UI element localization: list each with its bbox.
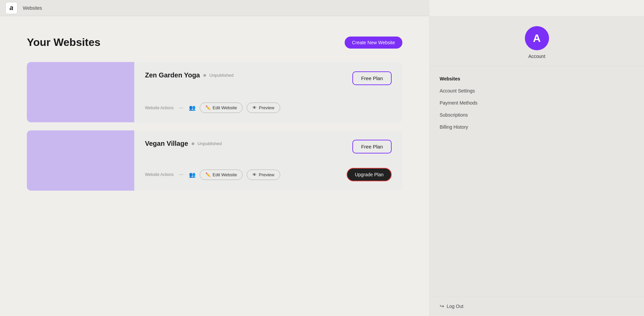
actions-left-zen-garden-yoga: Website Actions ··· 👥 ✏️ Edit Website 👁 … <box>145 103 280 113</box>
status-dot-zen-garden-yoga <box>203 74 206 77</box>
status-label-vegan-village: Unpublished <box>198 141 222 146</box>
main-layout: Your Websites Create New Website Zen Gar… <box>0 16 644 316</box>
card-name-row-vegan-village: Vegan Village Unpublished <box>145 140 222 147</box>
edit-website-button-zen-garden-yoga[interactable]: ✏️ Edit Website <box>200 103 243 113</box>
website-card-vegan-village: Vegan Village Unpublished Free Plan Webs… <box>27 130 402 191</box>
status-dot-vegan-village <box>192 142 194 145</box>
page-header: Your Websites Create New Website <box>27 36 402 49</box>
sidebar-footer: ↪ Log Out <box>430 296 644 316</box>
main-content: Your Websites Create New Website Zen Gar… <box>0 16 429 316</box>
sidebar-top: A Account <box>430 16 644 66</box>
sidebar-item-payment-methods[interactable]: Payment Methods <box>440 97 634 109</box>
dots-menu-zen-garden-yoga[interactable]: ··· <box>178 105 185 111</box>
card-actions-zen-garden-yoga: Website Actions ··· 👥 ✏️ Edit Website 👁 … <box>145 103 392 113</box>
sidebar-item-websites[interactable]: Websites <box>440 73 634 85</box>
card-body-vegan-village: Vegan Village Unpublished Free Plan Webs… <box>134 130 402 191</box>
edit-icon-vegan-village: ✏️ <box>205 172 211 177</box>
preview-icon-vegan-village: 👁 <box>252 172 257 177</box>
card-name-zen-garden-yoga: Zen Garden Yoga <box>145 71 200 79</box>
upgrade-plan-button-vegan-village[interactable]: Upgrade Plan <box>347 168 392 181</box>
avatar[interactable]: A <box>525 26 549 50</box>
card-top-zen-garden-yoga: Zen Garden Yoga Unpublished Free Plan <box>145 71 392 85</box>
edit-website-button-vegan-village[interactable]: ✏️ Edit Website <box>200 170 243 180</box>
card-name-vegan-village: Vegan Village <box>145 140 188 147</box>
top-bar: a Websites <box>0 0 430 16</box>
account-label: Account <box>528 54 545 59</box>
people-icon-zen-garden-yoga[interactable]: 👥 <box>189 105 196 111</box>
actions-label-zen-garden-yoga: Website Actions <box>145 106 174 110</box>
page-title: Your Websites <box>27 36 100 49</box>
dots-menu-vegan-village[interactable]: ··· <box>178 172 185 178</box>
sidebar-nav: WebsitesAccount SettingsPayment MethodsS… <box>430 66 644 296</box>
card-thumbnail-vegan-village <box>27 130 134 191</box>
sidebar-item-account-settings[interactable]: Account Settings <box>440 85 634 97</box>
plan-badge-vegan-village[interactable]: Free Plan <box>352 140 392 153</box>
card-name-row-zen-garden-yoga: Zen Garden Yoga Unpublished <box>145 71 234 79</box>
card-thumbnail-zen-garden-yoga <box>27 62 134 122</box>
sidebar: A Account WebsitesAccount SettingsPaymen… <box>429 16 644 316</box>
people-icon-vegan-village[interactable]: 👥 <box>189 172 196 178</box>
card-body-zen-garden-yoga: Zen Garden Yoga Unpublished Free Plan We… <box>134 62 402 122</box>
logout-label: Log Out <box>447 304 463 309</box>
actions-left-vegan-village: Website Actions ··· 👥 ✏️ Edit Website 👁 … <box>145 170 280 180</box>
preview-icon-zen-garden-yoga: 👁 <box>252 105 257 110</box>
plan-badge-zen-garden-yoga[interactable]: Free Plan <box>352 71 392 85</box>
top-bar-title: Websites <box>23 5 42 11</box>
actions-label-vegan-village: Website Actions <box>145 172 174 177</box>
create-new-website-button[interactable]: Create New Website <box>345 37 402 49</box>
edit-icon-zen-garden-yoga: ✏️ <box>205 105 211 110</box>
logout-button[interactable]: ↪ Log Out <box>440 303 463 309</box>
preview-button-zen-garden-yoga[interactable]: 👁 Preview <box>247 103 280 113</box>
preview-button-vegan-village[interactable]: 👁 Preview <box>247 170 280 180</box>
card-top-vegan-village: Vegan Village Unpublished Free Plan <box>145 140 392 153</box>
logout-icon: ↪ <box>440 303 444 309</box>
status-label-zen-garden-yoga: Unpublished <box>209 73 234 78</box>
website-card-zen-garden-yoga: Zen Garden Yoga Unpublished Free Plan We… <box>27 62 402 122</box>
app-logo: a <box>5 2 17 14</box>
sidebar-item-subscriptions[interactable]: Subscriptions <box>440 109 634 121</box>
websites-list: Zen Garden Yoga Unpublished Free Plan We… <box>27 62 402 191</box>
sidebar-item-billing-history[interactable]: Billing History <box>440 121 634 133</box>
card-actions-vegan-village: Website Actions ··· 👥 ✏️ Edit Website 👁 … <box>145 168 392 181</box>
